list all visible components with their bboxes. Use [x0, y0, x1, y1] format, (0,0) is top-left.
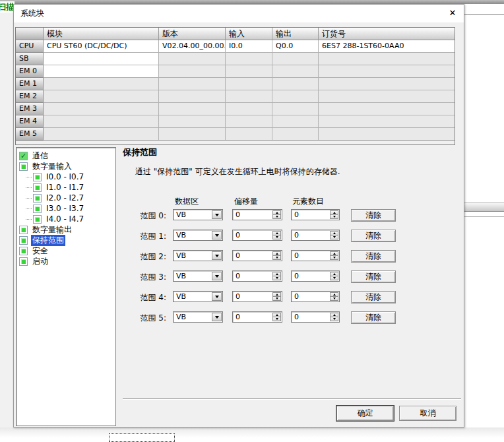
cell-input — [226, 90, 272, 103]
chevron-down-icon[interactable] — [212, 210, 222, 219]
background-focus-rect — [109, 433, 175, 442]
close-icon[interactable]: ✕ — [447, 8, 458, 18]
tree-item-communication[interactable]: ✓ 通信 — [19, 150, 115, 161]
tree-item-i2[interactable]: I2.0 - I2.7 — [19, 193, 115, 203]
spin-down-icon[interactable] — [272, 256, 281, 260]
cell-order — [319, 103, 455, 115]
cell-module — [44, 115, 159, 128]
cell-input — [226, 103, 272, 115]
system-block-dialog: 系统块 ✕ 模块 版本 输入 输出 订货号 CPU CPU ST60 (DC/D… — [13, 4, 464, 427]
row-header[interactable]: EM 5 — [16, 128, 44, 141]
row-header[interactable]: CPU — [16, 40, 44, 53]
row-header[interactable]: EM 3 — [16, 103, 44, 115]
spin-up-icon[interactable] — [330, 292, 338, 297]
spin-down-icon[interactable] — [330, 276, 338, 280]
chevron-down-icon[interactable] — [212, 313, 222, 321]
data-area-select[interactable]: VB — [173, 250, 223, 261]
spin-down-icon[interactable] — [272, 317, 281, 321]
spin-up-icon[interactable] — [272, 313, 281, 317]
count-spinner[interactable]: 0 — [291, 209, 340, 220]
offset-spinner[interactable]: 0 — [232, 311, 282, 323]
spin-down-icon[interactable] — [272, 276, 281, 280]
spin-down-icon[interactable] — [330, 215, 338, 219]
spin-down-icon[interactable] — [330, 256, 338, 260]
spin-up-icon[interactable] — [272, 231, 281, 236]
range-row-1: 范围 1: VB 0 0 清除 — [14, 230, 465, 242]
chevron-down-icon[interactable] — [212, 272, 222, 280]
cell-output — [272, 65, 319, 78]
cell-version[interactable]: V02.04.00_00.00... — [159, 40, 226, 53]
offset-spinner[interactable]: 0 — [232, 250, 282, 261]
row-header[interactable]: EM 2 — [16, 90, 44, 103]
offset-spinner[interactable]: 0 — [232, 291, 282, 302]
panel-heading: 保持范围 — [123, 146, 157, 158]
table-row-em1: EM 1 — [16, 78, 455, 90]
background-divider — [464, 15, 504, 15]
clear-button[interactable]: 清除 — [351, 291, 396, 303]
data-area-select[interactable]: VB — [173, 209, 223, 220]
cancel-button[interactable]: 取消 — [399, 406, 457, 421]
spin-up-icon[interactable] — [272, 251, 281, 256]
spin-up-icon[interactable] — [330, 210, 338, 215]
chevron-down-icon[interactable] — [212, 251, 222, 260]
clear-button[interactable]: 清除 — [351, 270, 396, 283]
cell-module[interactable] — [44, 53, 159, 65]
cell-input — [226, 115, 272, 128]
count-spinner[interactable]: 0 — [291, 291, 340, 302]
clear-button[interactable]: 清除 — [351, 311, 396, 324]
background-gray-bar — [464, 203, 504, 212]
count-spinner[interactable]: 0 — [291, 311, 340, 323]
column-header-module: 模块 — [44, 28, 159, 40]
tree-item-digital-inputs[interactable]: 数字量输入 — [19, 161, 115, 172]
spin-down-icon[interactable] — [272, 215, 281, 219]
offset-spinner[interactable]: 0 — [232, 230, 282, 241]
clear-button[interactable]: 清除 — [351, 230, 396, 242]
cell-module[interactable] — [44, 65, 159, 78]
spin-up-icon[interactable] — [330, 313, 338, 317]
spin-up-icon[interactable] — [330, 251, 338, 256]
cell-input: I0.0 — [226, 40, 272, 53]
count-spinner[interactable]: 0 — [291, 250, 340, 261]
cell-output — [272, 115, 319, 128]
table-row-cpu: CPU CPU ST60 (DC/DC/DC) V02.04.00_00.00.… — [16, 40, 455, 53]
chevron-down-icon[interactable] — [212, 292, 222, 301]
data-area-select[interactable]: VB — [173, 270, 223, 282]
spin-up-icon[interactable] — [330, 272, 338, 276]
background-right-strip — [464, 4, 504, 442]
row-header[interactable]: EM 4 — [16, 115, 44, 128]
cell-output — [272, 78, 319, 90]
count-spinner[interactable]: 0 — [291, 230, 340, 241]
table-scrollbar-track[interactable] — [16, 141, 455, 144]
spin-down-icon[interactable] — [330, 297, 338, 301]
column-header-version: 版本 — [159, 28, 226, 40]
cell-module[interactable]: CPU ST60 (DC/DC/DC) — [44, 40, 159, 53]
green-square-icon — [33, 183, 42, 192]
spin-up-icon[interactable] — [330, 231, 338, 236]
data-area-select[interactable]: VB — [173, 230, 223, 241]
chevron-down-icon[interactable] — [212, 231, 222, 239]
data-area-select[interactable]: VB — [173, 311, 223, 323]
spin-down-icon[interactable] — [272, 236, 281, 239]
spin-down-icon[interactable] — [330, 317, 338, 321]
spin-down-icon[interactable] — [272, 297, 281, 301]
clear-button[interactable]: 清除 — [351, 209, 396, 222]
offset-spinner[interactable]: 0 — [232, 209, 282, 220]
cell-input — [226, 65, 272, 78]
data-area-select[interactable]: VB — [173, 291, 223, 302]
spin-up-icon[interactable] — [272, 292, 281, 297]
ok-button[interactable]: 确定 — [336, 406, 394, 421]
clear-button[interactable]: 清除 — [351, 250, 396, 263]
spin-down-icon[interactable] — [330, 236, 338, 239]
cell-version — [159, 128, 226, 141]
offset-spinner[interactable]: 0 — [232, 270, 282, 282]
tree-item-i0[interactable]: I0.0 - I0.7 — [19, 172, 115, 182]
row-header[interactable]: EM 1 — [16, 78, 44, 90]
row-header[interactable]: EM 0 — [16, 65, 44, 78]
cell-version — [159, 90, 226, 103]
count-spinner[interactable]: 0 — [291, 270, 340, 282]
row-header[interactable]: SB — [16, 53, 44, 65]
range-row-0: 范围 0: VB 0 0 清除 — [14, 209, 465, 222]
spin-up-icon[interactable] — [272, 272, 281, 276]
tree-item-i1[interactable]: I1.0 - I1.7 — [19, 182, 115, 193]
spin-up-icon[interactable] — [272, 210, 281, 215]
